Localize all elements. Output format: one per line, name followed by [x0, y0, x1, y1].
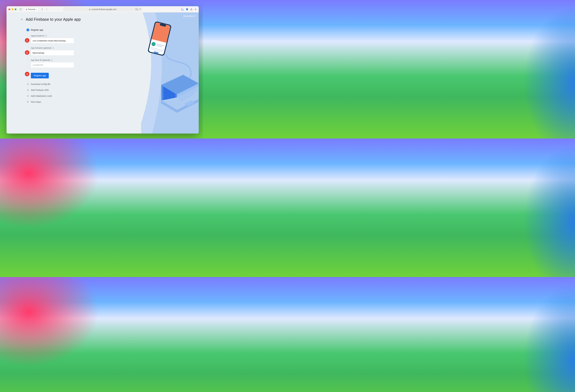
step-1-body: 1 Apple bundle ID ? 2 App nickname (opti… — [31, 35, 130, 78]
close-button[interactable] — [21, 18, 23, 21]
step-badge-4: 4 — [26, 95, 29, 97]
field-nickname: 2 App nickname (optional) ? — [31, 47, 130, 56]
step-badge-5: 5 — [26, 100, 29, 103]
chevron-down-icon — [36, 9, 37, 10]
svg-rect-0 — [20, 8, 22, 10]
step-title-3: Add Firebase SDK — [31, 89, 130, 92]
help-icon[interactable]: ? — [52, 47, 54, 49]
svg-text:A: A — [136, 9, 136, 10]
step-title-1: Register app — [31, 28, 130, 31]
close-icon — [21, 18, 23, 21]
step-badge-1: 1 — [26, 28, 29, 31]
help-icon[interactable]: ? — [45, 35, 47, 37]
nav-arrows — [40, 7, 48, 11]
step-add-sdk[interactable]: 3 Add Firebase SDK — [26, 89, 130, 95]
browser-toolbar: Personal 🔒 console.firebase.google.com A… — [6, 6, 199, 12]
address-bar[interactable]: 🔒 console.firebase.google.com A文 — [63, 7, 142, 11]
step-next-steps[interactable]: 5 Next steps — [26, 100, 130, 106]
bundle-id-label: Apple bundle ID — [31, 35, 44, 37]
title-row: Add Firebase to your Apple app — [21, 17, 130, 22]
minimize-window-button[interactable] — [12, 8, 13, 10]
main-panel: Add Firebase to your Apple app 1 Registe… — [21, 17, 130, 106]
reload-icon[interactable] — [139, 8, 141, 10]
field-bundle-id: 1 Apple bundle ID ? — [31, 35, 130, 44]
forward-button[interactable] — [45, 7, 48, 11]
go-to-docs-link[interactable]: Go to docs — [183, 15, 196, 17]
sidebar-toggle-button[interactable] — [19, 7, 23, 11]
nickname-label: App nickname (optional) — [31, 47, 51, 49]
annotation-1: 1 — [25, 38, 29, 43]
person-icon — [25, 8, 27, 10]
annotation-2: 2 — [25, 50, 29, 55]
app-store-label: App Store ID (optional) — [31, 59, 50, 61]
bundle-id-input[interactable] — [31, 38, 74, 44]
annotation-3: 3 — [25, 72, 29, 76]
external-link-icon — [194, 15, 196, 17]
profile-selector[interactable]: Personal — [24, 7, 38, 11]
back-button[interactable] — [40, 7, 44, 11]
translate-icon[interactable]: A文 — [135, 8, 138, 10]
svg-text:文: 文 — [137, 9, 138, 10]
share-icon[interactable] — [190, 8, 192, 11]
new-tab-icon[interactable] — [194, 8, 197, 11]
maximize-window-button[interactable] — [15, 8, 17, 10]
step-download-config[interactable]: 2 Download config file — [26, 83, 130, 89]
step-title-4: Add initialization code — [31, 95, 130, 97]
safari-window: Personal 🔒 console.firebase.google.com A… — [6, 6, 199, 134]
address-bar-actions: A文 — [135, 8, 141, 10]
svg-point-2 — [26, 9, 27, 9]
shield-icon[interactable] — [186, 8, 188, 11]
step-badge-2: 2 — [26, 83, 29, 86]
toolbar-right — [181, 8, 197, 11]
address-text: console.firebase.google.com — [92, 8, 116, 10]
app-store-label-row: App Store ID (optional) ? — [31, 59, 130, 61]
bundle-id-label-row: Apple bundle ID ? — [31, 35, 130, 37]
nickname-label-row: App nickname (optional) ? — [31, 47, 130, 49]
step-title-5: Next steps — [31, 100, 130, 103]
profile-label: Personal — [28, 8, 35, 10]
close-window-button[interactable] — [8, 8, 10, 10]
loading-icon[interactable] — [181, 8, 184, 11]
stepper: 1 Register app 1 Apple bundle ID ? — [26, 28, 130, 106]
step-init-code[interactable]: 4 Add initialization code — [26, 95, 130, 100]
app-store-id-input[interactable] — [31, 62, 74, 68]
register-row: 3 Register app — [31, 71, 130, 78]
page-content: Go to docs — [6, 12, 199, 134]
window-controls — [8, 8, 17, 10]
step-title-2: Download config file — [31, 83, 130, 86]
field-app-store-id: App Store ID (optional) ? — [31, 59, 130, 68]
page-title: Add Firebase to your Apple app — [26, 17, 81, 22]
lock-icon: 🔒 — [89, 8, 91, 10]
step-badge-3: 3 — [26, 89, 29, 92]
docs-link-text: Go to docs — [183, 15, 193, 17]
help-icon[interactable]: ? — [51, 59, 53, 61]
hero-illustration — [141, 12, 199, 134]
nickname-input[interactable] — [31, 50, 74, 56]
register-app-button[interactable]: Register app — [31, 73, 49, 78]
step-register-app: 1 Register app 1 Apple bundle ID ? — [26, 28, 130, 83]
